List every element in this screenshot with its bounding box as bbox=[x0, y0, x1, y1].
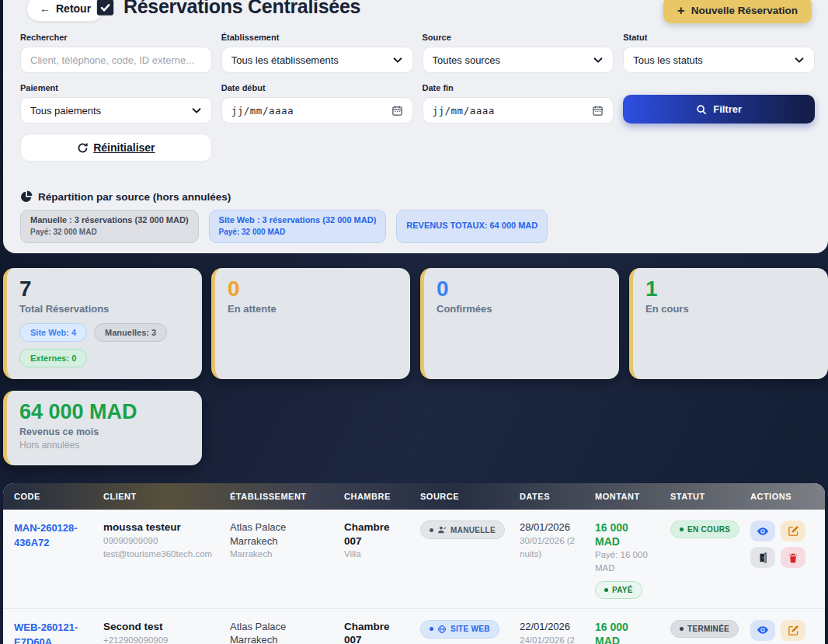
client-phone: 09090909090 bbox=[103, 534, 221, 548]
client-phone: +212909090909 bbox=[103, 634, 221, 644]
calendar-icon[interactable] bbox=[592, 105, 604, 117]
dot-icon bbox=[604, 588, 608, 592]
establishment-filter-group: Établissement Tous les établissements bbox=[221, 33, 413, 73]
amount: 16 000 MAD bbox=[595, 620, 643, 644]
status-badge: TERMINÉE bbox=[670, 620, 739, 638]
filters-grid: Rechercher Établissement Tous les établi… bbox=[20, 33, 815, 162]
date-start: 22/01/2026 bbox=[520, 620, 586, 634]
payment-filter-group: Paiement Tous paiements bbox=[20, 83, 212, 124]
date-end-label: Date fin bbox=[423, 83, 614, 92]
calendar-icon[interactable] bbox=[391, 105, 403, 117]
stat-chip-externes: Externes: 0 bbox=[19, 349, 87, 367]
search-label: Rechercher bbox=[20, 33, 212, 42]
payment-select[interactable]: Tous paiements bbox=[20, 97, 212, 124]
amount: 16 000 MAD bbox=[595, 520, 643, 548]
reservations-table: CODE CLIENT ÉTABLISSEMENT CHAMBRE SOURCE… bbox=[3, 483, 825, 644]
plus-icon: + bbox=[677, 4, 685, 17]
client-name: Second test bbox=[103, 620, 221, 634]
source-badge-siteweb: SITE WEB bbox=[420, 620, 499, 639]
reservation-code-link[interactable]: WEB-260121-E7D60A bbox=[14, 621, 78, 644]
stat-value: 7 bbox=[19, 277, 190, 301]
chevron-down-icon bbox=[794, 54, 805, 65]
stat-label: En attente bbox=[228, 303, 398, 315]
revenue-value: 64 000 MAD bbox=[19, 399, 190, 424]
stat-card-encours: 1 En cours bbox=[629, 268, 828, 379]
delete-button[interactable] bbox=[781, 547, 805, 568]
room-type: Villa bbox=[344, 548, 411, 561]
establishment-select[interactable]: Tous les établissements bbox=[221, 47, 413, 73]
edit-button[interactable] bbox=[781, 620, 805, 641]
revenue-label: Revenus ce mois bbox=[19, 426, 190, 437]
checkout-door-button[interactable] bbox=[750, 547, 775, 568]
stat-label: Confirmées bbox=[437, 303, 607, 315]
new-reservation-button[interactable]: + Nouvelle Réservation bbox=[663, 0, 812, 23]
establishment-name: Atlas Palace Marrakech bbox=[230, 620, 314, 644]
back-arrow-icon: ← bbox=[40, 2, 50, 15]
stat-card-total: 7 Total Réservations Site Web: 4 Manuell… bbox=[3, 268, 202, 379]
col-header-statut: STATUT bbox=[670, 492, 750, 501]
col-header-code: CODE bbox=[14, 492, 103, 501]
search-input[interactable] bbox=[30, 54, 202, 66]
source-select[interactable]: Toutes sources bbox=[423, 47, 614, 73]
reset-button[interactable]: Réinitialiser bbox=[20, 134, 212, 162]
room-name: Chambre 007 bbox=[344, 520, 398, 548]
edit-button[interactable] bbox=[781, 520, 805, 541]
stat-label: En cours bbox=[645, 303, 816, 315]
table-header: CODE CLIENT ÉTABLISSEMENT CHAMBRE SOURCE… bbox=[3, 483, 825, 510]
dot-icon bbox=[680, 527, 684, 531]
room-name: Chambre 007 bbox=[344, 620, 398, 644]
establishment-name: Atlas Palace Marrakech bbox=[230, 520, 314, 548]
repartition-section: Répartition par source (hors annulées) M… bbox=[20, 190, 548, 243]
eye-icon bbox=[757, 624, 769, 636]
search-filter-group: Rechercher bbox=[20, 33, 212, 73]
col-header-montant: MONTANT bbox=[595, 492, 670, 501]
col-header-actions: ACTIONS bbox=[750, 492, 825, 501]
table-row: WEB-260121-E7D60A Second test +212909090… bbox=[3, 609, 825, 644]
stat-value: 0 bbox=[228, 277, 398, 301]
globe-icon bbox=[437, 625, 447, 634]
source-chip-revenus: REVENUS TOTAUX: 64 000 MAD bbox=[396, 210, 548, 243]
stat-chip-siteweb: Site Web: 4 bbox=[19, 323, 87, 342]
back-button[interactable]: ← Retour bbox=[26, 0, 104, 22]
col-header-etablissement: ÉTABLISSEMENT bbox=[230, 492, 344, 501]
dot-icon bbox=[680, 627, 684, 631]
date-start-input[interactable]: jj/mm/aaaa bbox=[221, 97, 413, 124]
pie-chart-icon bbox=[20, 190, 33, 203]
status-label: Statut bbox=[623, 33, 815, 42]
date-end-filter-group: Date fin jj/mm/aaaa bbox=[423, 83, 614, 124]
stat-chip-manuelles: Manuelles: 3 bbox=[94, 323, 167, 342]
date-start-label: Date début bbox=[221, 83, 413, 92]
person-icon bbox=[437, 525, 447, 534]
client-email: test@tourisme360tech.com bbox=[103, 548, 221, 561]
eye-icon bbox=[757, 525, 769, 538]
source-filter-group: Source Toutes sources bbox=[423, 33, 614, 73]
stat-label: Total Réservations bbox=[19, 303, 190, 315]
table-row: MAN-260128-436A72 moussa testeur 0909090… bbox=[3, 510, 825, 609]
date-end: 24/01/2026 (2 nuits) bbox=[520, 634, 586, 644]
door-icon bbox=[757, 552, 768, 563]
search-icon bbox=[696, 104, 707, 115]
revenue-card: 64 000 MAD Revenus ce mois Hors annulées bbox=[3, 391, 202, 465]
reservation-code-link[interactable]: MAN-260128-436A72 bbox=[14, 522, 78, 548]
payment-label: Paiement bbox=[20, 83, 212, 92]
establishment-city: Marrakech bbox=[230, 548, 314, 561]
filter-button[interactable]: Filtrer bbox=[623, 95, 815, 124]
date-end-input[interactable]: jj/mm/aaaa bbox=[423, 97, 614, 124]
chevron-down-icon bbox=[392, 54, 403, 65]
date-start: 28/01/2026 bbox=[520, 520, 586, 534]
view-button[interactable] bbox=[750, 620, 775, 641]
stat-value: 1 bbox=[645, 277, 816, 301]
source-badge-manuelle: MANUELLE bbox=[420, 520, 505, 539]
client-name: moussa testeur bbox=[103, 520, 221, 534]
dot-icon bbox=[430, 627, 433, 631]
col-header-source: SOURCE bbox=[420, 492, 520, 501]
paid-badge: PAYÉ bbox=[595, 581, 642, 599]
date-start-filter-group: Date début jj/mm/aaaa bbox=[221, 83, 413, 124]
calendar-check-icon bbox=[95, 0, 116, 17]
page-title: Réservations Centralisées bbox=[95, 0, 360, 18]
trash-icon bbox=[788, 552, 798, 563]
status-select[interactable]: Tous les statuts bbox=[623, 47, 815, 73]
establishment-label: Établissement bbox=[221, 33, 413, 42]
view-button[interactable] bbox=[750, 520, 775, 541]
paid-amount: Payé: 16 000 MAD bbox=[595, 548, 657, 574]
